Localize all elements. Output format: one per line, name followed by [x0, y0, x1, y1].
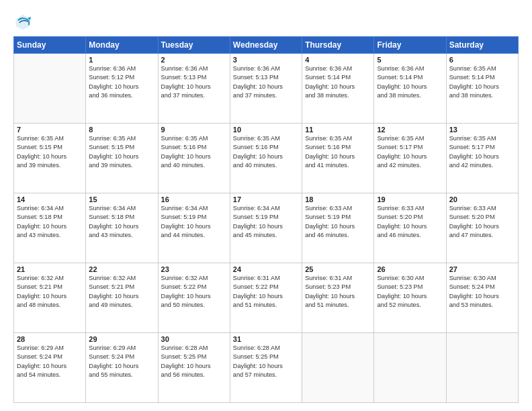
- day-number: 29: [89, 335, 154, 343]
- calendar-cell: 30Sunrise: 6:28 AM Sunset: 5:25 PM Dayli…: [158, 333, 230, 403]
- day-number: 22: [89, 265, 154, 273]
- calendar-cell: 28Sunrise: 6:29 AM Sunset: 5:24 PM Dayli…: [14, 333, 86, 403]
- calendar-cell: 9Sunrise: 6:35 AM Sunset: 5:16 PM Daylig…: [158, 124, 230, 193]
- calendar-header-wednesday: Wednesday: [230, 37, 302, 54]
- day-number: 28: [17, 335, 83, 343]
- calendar-header-friday: Friday: [374, 37, 446, 54]
- day-info: Sunrise: 6:34 AM Sunset: 5:19 PM Dayligh…: [161, 204, 227, 240]
- day-number: 17: [233, 195, 299, 203]
- calendar-cell: 23Sunrise: 6:32 AM Sunset: 5:22 PM Dayli…: [158, 263, 230, 333]
- day-number: 15: [89, 195, 154, 203]
- calendar-cell: [14, 54, 86, 124]
- calendar-cell: [446, 333, 518, 403]
- day-info: Sunrise: 6:28 AM Sunset: 5:25 PM Dayligh…: [161, 344, 227, 379]
- day-info: Sunrise: 6:33 AM Sunset: 5:20 PM Dayligh…: [377, 204, 443, 240]
- day-number: 31: [233, 335, 299, 343]
- day-info: Sunrise: 6:32 AM Sunset: 5:22 PM Dayligh…: [161, 274, 227, 310]
- logo-icon: [13, 12, 32, 31]
- day-info: Sunrise: 6:28 AM Sunset: 5:25 PM Dayligh…: [233, 344, 299, 379]
- calendar-cell: 5Sunrise: 6:36 AM Sunset: 5:14 PM Daylig…: [374, 54, 446, 124]
- calendar-cell: 1Sunrise: 6:36 AM Sunset: 5:12 PM Daylig…: [86, 54, 158, 124]
- day-number: 21: [17, 265, 83, 273]
- calendar-week-5: 28Sunrise: 6:29 AM Sunset: 5:24 PM Dayli…: [14, 333, 519, 403]
- day-number: 7: [17, 126, 83, 134]
- day-number: 18: [305, 195, 371, 203]
- day-number: 14: [17, 195, 83, 203]
- day-number: 13: [449, 126, 515, 134]
- day-info: Sunrise: 6:34 AM Sunset: 5:18 PM Dayligh…: [17, 204, 83, 240]
- calendar-cell: 27Sunrise: 6:30 AM Sunset: 5:24 PM Dayli…: [446, 263, 518, 333]
- calendar-cell: 13Sunrise: 6:35 AM Sunset: 5:17 PM Dayli…: [446, 124, 518, 193]
- calendar-cell: [374, 333, 446, 403]
- day-number: 9: [161, 126, 227, 134]
- day-number: 24: [233, 265, 299, 273]
- day-number: 30: [161, 335, 227, 343]
- day-info: Sunrise: 6:36 AM Sunset: 5:14 PM Dayligh…: [305, 64, 371, 100]
- day-info: Sunrise: 6:36 AM Sunset: 5:12 PM Dayligh…: [89, 64, 154, 100]
- calendar-cell: 29Sunrise: 6:29 AM Sunset: 5:24 PM Dayli…: [86, 333, 158, 403]
- calendar-header-monday: Monday: [86, 37, 158, 54]
- day-info: Sunrise: 6:35 AM Sunset: 5:16 PM Dayligh…: [161, 134, 227, 170]
- calendar-cell: 4Sunrise: 6:36 AM Sunset: 5:14 PM Daylig…: [302, 54, 374, 124]
- day-number: 6: [449, 56, 515, 64]
- calendar-cell: [302, 333, 374, 403]
- calendar-cell: 3Sunrise: 6:36 AM Sunset: 5:13 PM Daylig…: [230, 54, 302, 124]
- calendar-cell: 16Sunrise: 6:34 AM Sunset: 5:19 PM Dayli…: [158, 193, 230, 263]
- day-info: Sunrise: 6:35 AM Sunset: 5:15 PM Dayligh…: [89, 134, 154, 170]
- calendar-cell: 20Sunrise: 6:33 AM Sunset: 5:20 PM Dayli…: [446, 193, 518, 263]
- day-info: Sunrise: 6:33 AM Sunset: 5:19 PM Dayligh…: [305, 204, 371, 240]
- day-number: 20: [449, 195, 515, 203]
- page: SundayMondayTuesdayWednesdayThursdayFrid…: [0, 0, 532, 411]
- day-info: Sunrise: 6:36 AM Sunset: 5:13 PM Dayligh…: [161, 64, 227, 100]
- day-info: Sunrise: 6:29 AM Sunset: 5:24 PM Dayligh…: [17, 344, 83, 379]
- day-info: Sunrise: 6:36 AM Sunset: 5:14 PM Dayligh…: [377, 64, 443, 100]
- day-number: 23: [161, 265, 227, 273]
- day-info: Sunrise: 6:35 AM Sunset: 5:16 PM Dayligh…: [305, 134, 371, 170]
- calendar-cell: 15Sunrise: 6:34 AM Sunset: 5:18 PM Dayli…: [86, 193, 158, 263]
- day-info: Sunrise: 6:30 AM Sunset: 5:24 PM Dayligh…: [449, 274, 515, 310]
- day-info: Sunrise: 6:36 AM Sunset: 5:13 PM Dayligh…: [233, 64, 299, 100]
- calendar-cell: 31Sunrise: 6:28 AM Sunset: 5:25 PM Dayli…: [230, 333, 302, 403]
- calendar-cell: 11Sunrise: 6:35 AM Sunset: 5:16 PM Dayli…: [302, 124, 374, 193]
- day-number: 1: [89, 56, 154, 64]
- day-number: 26: [377, 265, 443, 273]
- calendar-header-tuesday: Tuesday: [158, 37, 230, 54]
- day-number: 11: [305, 126, 371, 134]
- calendar-header-row: SundayMondayTuesdayWednesdayThursdayFrid…: [14, 37, 519, 54]
- calendar-cell: 8Sunrise: 6:35 AM Sunset: 5:15 PM Daylig…: [86, 124, 158, 193]
- day-info: Sunrise: 6:31 AM Sunset: 5:23 PM Dayligh…: [305, 274, 371, 310]
- day-number: 12: [377, 126, 443, 134]
- calendar-cell: 26Sunrise: 6:30 AM Sunset: 5:23 PM Dayli…: [374, 263, 446, 333]
- day-info: Sunrise: 6:35 AM Sunset: 5:15 PM Dayligh…: [17, 134, 83, 170]
- logo: [13, 12, 35, 31]
- day-number: 5: [377, 56, 443, 64]
- calendar-cell: 7Sunrise: 6:35 AM Sunset: 5:15 PM Daylig…: [14, 124, 86, 193]
- calendar-cell: 19Sunrise: 6:33 AM Sunset: 5:20 PM Dayli…: [374, 193, 446, 263]
- calendar-cell: 10Sunrise: 6:35 AM Sunset: 5:16 PM Dayli…: [230, 124, 302, 193]
- calendar-cell: 24Sunrise: 6:31 AM Sunset: 5:22 PM Dayli…: [230, 263, 302, 333]
- calendar-cell: 14Sunrise: 6:34 AM Sunset: 5:18 PM Dayli…: [14, 193, 86, 263]
- day-number: 16: [161, 195, 227, 203]
- calendar-cell: 21Sunrise: 6:32 AM Sunset: 5:21 PM Dayli…: [14, 263, 86, 333]
- day-info: Sunrise: 6:30 AM Sunset: 5:23 PM Dayligh…: [377, 274, 443, 310]
- day-info: Sunrise: 6:32 AM Sunset: 5:21 PM Dayligh…: [89, 274, 154, 310]
- calendar-week-4: 21Sunrise: 6:32 AM Sunset: 5:21 PM Dayli…: [14, 263, 519, 333]
- calendar-cell: 17Sunrise: 6:34 AM Sunset: 5:19 PM Dayli…: [230, 193, 302, 263]
- day-number: 8: [89, 126, 154, 134]
- calendar-cell: 18Sunrise: 6:33 AM Sunset: 5:19 PM Dayli…: [302, 193, 374, 263]
- day-number: 19: [377, 195, 443, 203]
- calendar-cell: 25Sunrise: 6:31 AM Sunset: 5:23 PM Dayli…: [302, 263, 374, 333]
- calendar-cell: 12Sunrise: 6:35 AM Sunset: 5:17 PM Dayli…: [374, 124, 446, 193]
- calendar-header-thursday: Thursday: [302, 37, 374, 54]
- day-info: Sunrise: 6:35 AM Sunset: 5:16 PM Dayligh…: [233, 134, 299, 170]
- calendar-table: SundayMondayTuesdayWednesdayThursdayFrid…: [13, 36, 519, 403]
- day-info: Sunrise: 6:34 AM Sunset: 5:18 PM Dayligh…: [89, 204, 154, 240]
- day-number: 2: [161, 56, 227, 64]
- calendar-header-saturday: Saturday: [446, 37, 518, 54]
- calendar-week-2: 7Sunrise: 6:35 AM Sunset: 5:15 PM Daylig…: [14, 124, 519, 193]
- calendar-week-1: 1Sunrise: 6:36 AM Sunset: 5:12 PM Daylig…: [14, 54, 519, 124]
- day-info: Sunrise: 6:33 AM Sunset: 5:20 PM Dayligh…: [449, 204, 515, 240]
- header: [13, 12, 519, 31]
- day-number: 27: [449, 265, 515, 273]
- day-info: Sunrise: 6:35 AM Sunset: 5:14 PM Dayligh…: [449, 64, 515, 100]
